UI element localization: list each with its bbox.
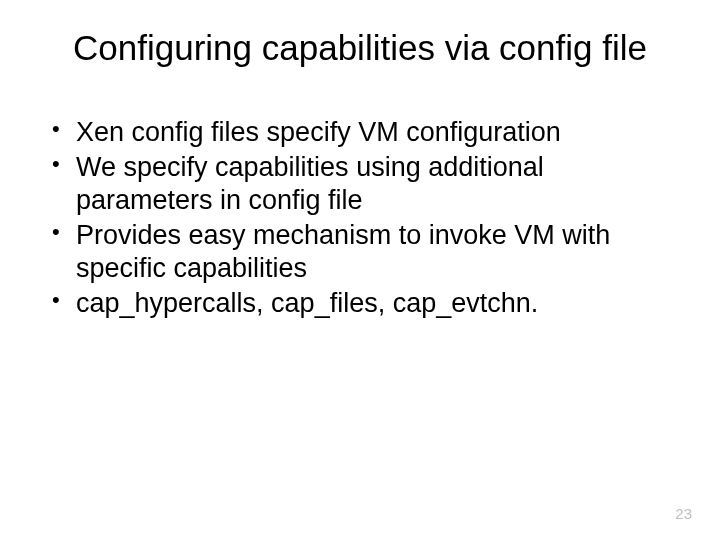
list-item: We specify capabilities using additional…	[52, 151, 680, 217]
list-item: cap_hypercalls, cap_files, cap_evtchn.	[52, 287, 680, 320]
page-number: 23	[675, 505, 692, 522]
slide-title: Configuring capabilities via config file	[40, 28, 680, 68]
bullet-list: Xen config files specify VM configuratio…	[40, 116, 680, 320]
list-item: Xen config files specify VM configuratio…	[52, 116, 680, 149]
slide-container: Configuring capabilities via config file…	[0, 0, 720, 540]
list-item: Provides easy mechanism to invoke VM wit…	[52, 219, 680, 285]
